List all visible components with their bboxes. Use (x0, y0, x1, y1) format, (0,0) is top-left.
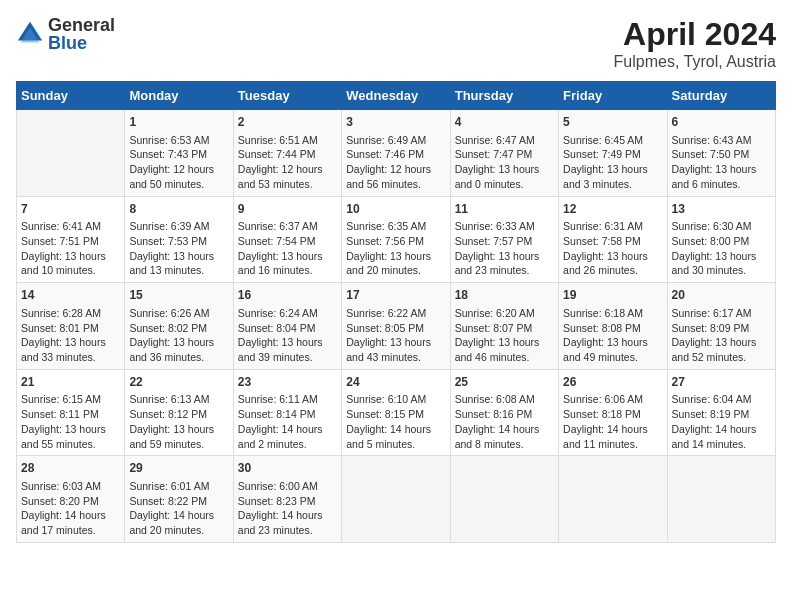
calendar-cell: 26Sunrise: 6:06 AM Sunset: 8:18 PM Dayli… (559, 369, 667, 456)
calendar-cell: 19Sunrise: 6:18 AM Sunset: 8:08 PM Dayli… (559, 283, 667, 370)
calendar-cell: 10Sunrise: 6:35 AM Sunset: 7:56 PM Dayli… (342, 196, 450, 283)
day-number: 27 (672, 374, 771, 391)
calendar-cell: 6Sunrise: 6:43 AM Sunset: 7:50 PM Daylig… (667, 110, 775, 197)
header-saturday: Saturday (667, 82, 775, 110)
calendar-cell: 14Sunrise: 6:28 AM Sunset: 8:01 PM Dayli… (17, 283, 125, 370)
calendar-cell: 16Sunrise: 6:24 AM Sunset: 8:04 PM Dayli… (233, 283, 341, 370)
day-number: 6 (672, 114, 771, 131)
calendar-cell (667, 456, 775, 543)
day-number: 1 (129, 114, 228, 131)
calendar-cell: 24Sunrise: 6:10 AM Sunset: 8:15 PM Dayli… (342, 369, 450, 456)
calendar-cell: 20Sunrise: 6:17 AM Sunset: 8:09 PM Dayli… (667, 283, 775, 370)
cell-info: Sunrise: 6:31 AM Sunset: 7:58 PM Dayligh… (563, 219, 662, 278)
calendar-cell: 11Sunrise: 6:33 AM Sunset: 7:57 PM Dayli… (450, 196, 558, 283)
day-number: 22 (129, 374, 228, 391)
logo-blue: Blue (48, 34, 115, 52)
cell-info: Sunrise: 6:22 AM Sunset: 8:05 PM Dayligh… (346, 306, 445, 365)
day-number: 24 (346, 374, 445, 391)
calendar-week-row: 7Sunrise: 6:41 AM Sunset: 7:51 PM Daylig… (17, 196, 776, 283)
logo-general: General (48, 16, 115, 34)
calendar-cell: 30Sunrise: 6:00 AM Sunset: 8:23 PM Dayli… (233, 456, 341, 543)
cell-info: Sunrise: 6:45 AM Sunset: 7:49 PM Dayligh… (563, 133, 662, 192)
cell-info: Sunrise: 6:47 AM Sunset: 7:47 PM Dayligh… (455, 133, 554, 192)
day-number: 26 (563, 374, 662, 391)
day-number: 13 (672, 201, 771, 218)
calendar-cell: 18Sunrise: 6:20 AM Sunset: 8:07 PM Dayli… (450, 283, 558, 370)
calendar-cell: 22Sunrise: 6:13 AM Sunset: 8:12 PM Dayli… (125, 369, 233, 456)
day-number: 25 (455, 374, 554, 391)
calendar-cell: 9Sunrise: 6:37 AM Sunset: 7:54 PM Daylig… (233, 196, 341, 283)
cell-info: Sunrise: 6:08 AM Sunset: 8:16 PM Dayligh… (455, 392, 554, 451)
calendar-cell: 25Sunrise: 6:08 AM Sunset: 8:16 PM Dayli… (450, 369, 558, 456)
calendar-cell: 15Sunrise: 6:26 AM Sunset: 8:02 PM Dayli… (125, 283, 233, 370)
calendar-week-row: 21Sunrise: 6:15 AM Sunset: 8:11 PM Dayli… (17, 369, 776, 456)
calendar-cell (17, 110, 125, 197)
cell-info: Sunrise: 6:49 AM Sunset: 7:46 PM Dayligh… (346, 133, 445, 192)
day-number: 5 (563, 114, 662, 131)
page-header: General Blue April 2024 Fulpmes, Tyrol, … (16, 16, 776, 71)
calendar-cell: 17Sunrise: 6:22 AM Sunset: 8:05 PM Dayli… (342, 283, 450, 370)
title-block: April 2024 Fulpmes, Tyrol, Austria (614, 16, 776, 71)
calendar-cell: 27Sunrise: 6:04 AM Sunset: 8:19 PM Dayli… (667, 369, 775, 456)
header-thursday: Thursday (450, 82, 558, 110)
header-wednesday: Wednesday (342, 82, 450, 110)
calendar-cell: 21Sunrise: 6:15 AM Sunset: 8:11 PM Dayli… (17, 369, 125, 456)
cell-info: Sunrise: 6:06 AM Sunset: 8:18 PM Dayligh… (563, 392, 662, 451)
calendar-week-row: 14Sunrise: 6:28 AM Sunset: 8:01 PM Dayli… (17, 283, 776, 370)
calendar-cell: 12Sunrise: 6:31 AM Sunset: 7:58 PM Dayli… (559, 196, 667, 283)
day-number: 8 (129, 201, 228, 218)
calendar-cell: 29Sunrise: 6:01 AM Sunset: 8:22 PM Dayli… (125, 456, 233, 543)
day-number: 9 (238, 201, 337, 218)
day-number: 14 (21, 287, 120, 304)
cell-info: Sunrise: 6:26 AM Sunset: 8:02 PM Dayligh… (129, 306, 228, 365)
logo-text: General Blue (48, 16, 115, 52)
calendar-table: SundayMondayTuesdayWednesdayThursdayFrid… (16, 81, 776, 543)
calendar-title: April 2024 (614, 16, 776, 53)
cell-info: Sunrise: 6:53 AM Sunset: 7:43 PM Dayligh… (129, 133, 228, 192)
cell-info: Sunrise: 6:10 AM Sunset: 8:15 PM Dayligh… (346, 392, 445, 451)
calendar-cell: 3Sunrise: 6:49 AM Sunset: 7:46 PM Daylig… (342, 110, 450, 197)
calendar-cell (342, 456, 450, 543)
calendar-cell: 5Sunrise: 6:45 AM Sunset: 7:49 PM Daylig… (559, 110, 667, 197)
header-monday: Monday (125, 82, 233, 110)
day-number: 30 (238, 460, 337, 477)
day-number: 19 (563, 287, 662, 304)
cell-info: Sunrise: 6:39 AM Sunset: 7:53 PM Dayligh… (129, 219, 228, 278)
calendar-cell: 28Sunrise: 6:03 AM Sunset: 8:20 PM Dayli… (17, 456, 125, 543)
cell-info: Sunrise: 6:15 AM Sunset: 8:11 PM Dayligh… (21, 392, 120, 451)
calendar-header-row: SundayMondayTuesdayWednesdayThursdayFrid… (17, 82, 776, 110)
cell-info: Sunrise: 6:20 AM Sunset: 8:07 PM Dayligh… (455, 306, 554, 365)
logo-icon (16, 20, 44, 48)
calendar-cell: 2Sunrise: 6:51 AM Sunset: 7:44 PM Daylig… (233, 110, 341, 197)
header-sunday: Sunday (17, 82, 125, 110)
cell-info: Sunrise: 6:43 AM Sunset: 7:50 PM Dayligh… (672, 133, 771, 192)
day-number: 28 (21, 460, 120, 477)
cell-info: Sunrise: 6:01 AM Sunset: 8:22 PM Dayligh… (129, 479, 228, 538)
logo: General Blue (16, 16, 115, 52)
day-number: 23 (238, 374, 337, 391)
day-number: 10 (346, 201, 445, 218)
cell-info: Sunrise: 6:18 AM Sunset: 8:08 PM Dayligh… (563, 306, 662, 365)
calendar-cell: 1Sunrise: 6:53 AM Sunset: 7:43 PM Daylig… (125, 110, 233, 197)
day-number: 2 (238, 114, 337, 131)
cell-info: Sunrise: 6:24 AM Sunset: 8:04 PM Dayligh… (238, 306, 337, 365)
cell-info: Sunrise: 6:00 AM Sunset: 8:23 PM Dayligh… (238, 479, 337, 538)
cell-info: Sunrise: 6:51 AM Sunset: 7:44 PM Dayligh… (238, 133, 337, 192)
day-number: 3 (346, 114, 445, 131)
cell-info: Sunrise: 6:37 AM Sunset: 7:54 PM Dayligh… (238, 219, 337, 278)
calendar-cell (559, 456, 667, 543)
header-tuesday: Tuesday (233, 82, 341, 110)
day-number: 18 (455, 287, 554, 304)
day-number: 4 (455, 114, 554, 131)
day-number: 16 (238, 287, 337, 304)
cell-info: Sunrise: 6:35 AM Sunset: 7:56 PM Dayligh… (346, 219, 445, 278)
cell-info: Sunrise: 6:33 AM Sunset: 7:57 PM Dayligh… (455, 219, 554, 278)
calendar-cell: 13Sunrise: 6:30 AM Sunset: 8:00 PM Dayli… (667, 196, 775, 283)
day-number: 11 (455, 201, 554, 218)
day-number: 20 (672, 287, 771, 304)
cell-info: Sunrise: 6:13 AM Sunset: 8:12 PM Dayligh… (129, 392, 228, 451)
cell-info: Sunrise: 6:03 AM Sunset: 8:20 PM Dayligh… (21, 479, 120, 538)
header-friday: Friday (559, 82, 667, 110)
calendar-subtitle: Fulpmes, Tyrol, Austria (614, 53, 776, 71)
cell-info: Sunrise: 6:11 AM Sunset: 8:14 PM Dayligh… (238, 392, 337, 451)
